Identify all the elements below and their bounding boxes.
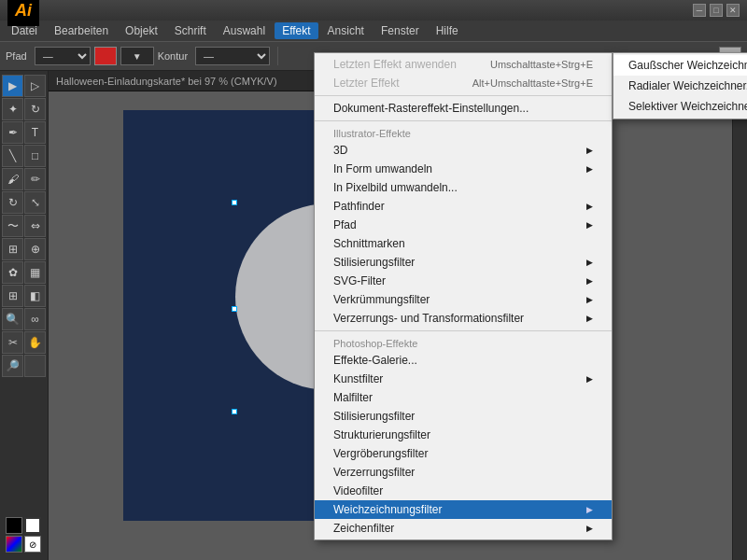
magic-wand-tool[interactable]: ✦ (2, 98, 23, 120)
menu-svg-filter[interactable]: SVG-Filter▶ (315, 272, 612, 290)
menu-datei[interactable]: Datei (4, 22, 45, 39)
menu-radialer-weichzeichner[interactable]: Radialer Weichzeichner... (613, 76, 747, 96)
none-btn[interactable]: ⊘ (24, 536, 41, 553)
eyedropper-tool[interactable]: 🔍 (2, 308, 23, 330)
menu-zeichenfilter[interactable]: Zeichenfilter▶ (315, 519, 612, 538)
weich-submenu: Gaußscher Weichzeichner... Radialer Weic… (613, 52, 747, 119)
pen-tool[interactable]: ✒ (2, 121, 23, 144)
menu-stilisierungsfilter-ill[interactable]: Stilisierungsfilter▶ (315, 253, 612, 272)
tool-row-2: ✦ ↻ (2, 98, 46, 120)
fill-swatch[interactable] (6, 517, 22, 534)
tool-row-13: 🔎 (2, 355, 46, 377)
rect-tool[interactable]: □ (24, 145, 46, 167)
type-tool[interactable]: T (24, 121, 46, 144)
tool-row-6: ↻ ⤡ (2, 191, 46, 214)
rotate-tool[interactable]: ↻ (2, 191, 23, 214)
scissors-tool[interactable]: ✂ (2, 331, 23, 354)
selection-tool[interactable]: ▶ (2, 75, 23, 97)
blend-tool[interactable]: ∞ (24, 308, 46, 330)
menu-in-form[interactable]: In Form umwandeln▶ (315, 160, 612, 178)
menu-dokument-raster[interactable]: Dokument-Rastereffekt-Einstellungen... (315, 99, 612, 118)
menu-stilisierungsfilter-ps[interactable]: Stilisierungsfilter (315, 407, 612, 426)
effect-menu-sep-1 (315, 95, 612, 96)
zoom-tool[interactable]: 🔎 (2, 355, 23, 377)
menu-objekt[interactable]: Objekt (118, 22, 165, 39)
menu-schnittmarken[interactable]: Schnittmarken (315, 234, 612, 253)
menu-3d[interactable]: 3D▶ (315, 141, 612, 160)
menu-letzten-effekt-anwenden[interactable]: Letzten Effekt anwenden Umschalttaste+St… (315, 55, 612, 74)
free-transform-tool[interactable]: ⊞ (2, 238, 23, 260)
toolbar-separator-1 (277, 47, 278, 65)
effect-menu-sep-3 (315, 330, 612, 331)
color-swatch-area: ⊘ (2, 513, 46, 556)
menu-hilfe[interactable]: Hilfe (429, 22, 466, 39)
minimize-button[interactable]: ─ (693, 4, 706, 17)
scale-tool[interactable]: ⤡ (24, 191, 46, 214)
menu-selektiver-weichzeichner[interactable]: Selektiver Weichzeichner... (613, 96, 747, 117)
section-title-photoshop: Photoshop-Effekte (315, 334, 612, 351)
effect-menu-sep-2 (315, 120, 612, 121)
warp-tool[interactable]: 〜 (2, 215, 23, 237)
menu-weichzeichnungsfilter[interactable]: Weichzeichnungsfilter▶ (315, 500, 612, 519)
selection-handle-ml (232, 306, 237, 312)
path-label: Pfad (6, 50, 27, 62)
menu-bar: Datei Bearbeiten Objekt Schrift Auswahl … (0, 21, 747, 41)
menu-ansicht[interactable]: Ansicht (320, 22, 372, 39)
menu-pfad[interactable]: Pfad▶ (315, 216, 612, 234)
menu-strukturierungsfilter[interactable]: Strukturierungsfilter (315, 426, 612, 444)
kontur-dropdown[interactable]: — (195, 47, 270, 65)
column-graph-tool[interactable]: ▦ (24, 261, 46, 284)
menu-gausscher-weichzeichner[interactable]: Gaußscher Weichzeichner... (613, 55, 747, 76)
toolbox: ▶ ▷ ✦ ↻ ✒ T ╲ □ 🖌 ✏ ↻ ⤡ 〜 ⇔ ⊞ ⊕ (0, 71, 49, 560)
path-dropdown[interactable]: — (35, 47, 91, 65)
menu-verkrummungsfilter[interactable]: Verkrümmungsfilter▶ (315, 290, 612, 309)
gradient-tool[interactable]: ◧ (24, 285, 46, 307)
stroke-swatch[interactable] (24, 517, 41, 534)
width-tool[interactable]: ⇔ (24, 215, 46, 237)
pencil-tool[interactable]: ✏ (24, 168, 46, 190)
menu-auswahl[interactable]: Auswahl (216, 22, 273, 39)
tool-row-4: ╲ □ (2, 145, 46, 167)
menu-letzter-effekt[interactable]: Letzter Effekt Alt+Umschalttaste+Strg+E (315, 74, 612, 92)
tool-row-9: ✿ ▦ (2, 261, 46, 284)
shape-builder-tool[interactable]: ⊕ (24, 238, 46, 260)
mesh-tool[interactable]: ⊞ (2, 285, 23, 307)
line-tool[interactable]: ╲ (2, 145, 23, 167)
right-panel (732, 71, 747, 560)
tool-row-1: ▶ ▷ (2, 75, 46, 97)
menu-kunstfilter[interactable]: Kunstfilter▶ (315, 370, 612, 388)
kontur-label: Kontur (158, 50, 188, 62)
selection-handle-bl (232, 409, 237, 414)
symbol-sprayer-tool[interactable]: ✿ (2, 261, 23, 284)
paintbrush-tool[interactable]: 🖌 (2, 168, 23, 190)
menu-fenster[interactable]: Fenster (374, 22, 427, 39)
hand-tool[interactable]: ✋ (24, 331, 46, 354)
color-mode-btn[interactable] (6, 536, 22, 553)
menu-schrift[interactable]: Schrift (167, 22, 214, 39)
tool-row-5: 🖌 ✏ (2, 168, 46, 190)
menu-verzerrungs-trans[interactable]: Verzerrungs- und Transformationsfilter▶ (315, 309, 612, 328)
menu-vergroberungsfilter[interactable]: Vergröberungsfilter (315, 444, 612, 463)
effect-menu: Letzten Effekt anwenden Umschalttaste+St… (314, 52, 613, 540)
menu-effekte-galerie[interactable]: Effekte-Galerie... (315, 351, 612, 370)
direct-selection-tool[interactable]: ▷ (24, 75, 46, 97)
stroke-indicator: ▼ (120, 47, 154, 65)
menu-effekt[interactable]: Effekt (275, 22, 317, 39)
lasso-tool[interactable]: ↻ (24, 98, 46, 120)
menu-videofilter[interactable]: Videofilter (315, 482, 612, 500)
empty-tool (24, 355, 46, 377)
section-title-illustrator: Illustrator-Effekte (315, 124, 612, 141)
tool-row-3: ✒ T (2, 121, 46, 144)
menu-malfilter[interactable]: Malfilter (315, 388, 612, 407)
selection-handle-tl (232, 200, 237, 205)
menu-bearbeiten[interactable]: Bearbeiten (47, 22, 116, 39)
menu-verzerrungsfilter[interactable]: Verzerrungsfilter (315, 463, 612, 482)
menu-pathfinder[interactable]: Pathfinder▶ (315, 197, 612, 216)
maximize-button[interactable]: □ (710, 4, 723, 17)
tool-row-12: ✂ ✋ (2, 331, 46, 354)
tool-row-8: ⊞ ⊕ (2, 238, 46, 260)
canvas-title: Halloween-Einladungskarte* bei 97 % (CMY… (56, 76, 277, 87)
menu-in-pixelbild[interactable]: In Pixelbild umwandeln... (315, 178, 612, 197)
tool-row-11: 🔍 ∞ (2, 308, 46, 330)
close-button[interactable]: ✕ (726, 4, 740, 17)
